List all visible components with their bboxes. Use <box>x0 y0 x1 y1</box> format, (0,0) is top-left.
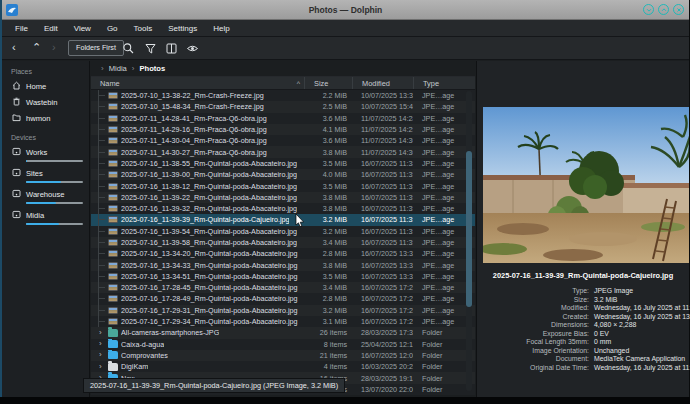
file-name: 2025-07-16_11-39-54_Rm-Quintal-poda-Abac… <box>121 227 297 236</box>
table-row-folder[interactable]: ›DigiKam4 items16/03/2025 20:25Folder <box>91 361 475 372</box>
menu-help[interactable]: Help <box>206 22 236 35</box>
sidebar-device-works[interactable]: Works <box>2 144 89 162</box>
vertical-scrollbar[interactable] <box>466 91 472 391</box>
table-row-file[interactable]: 2025-07-16_11-39-00_Rm-Quintal-poda-Abac… <box>91 169 475 180</box>
menu-go[interactable]: Go <box>100 22 125 35</box>
expand-chevron-icon[interactable]: › <box>99 341 105 347</box>
file-modified: 16/03/2025 20:25 <box>352 362 413 371</box>
close-button[interactable] <box>673 4 684 15</box>
places-panel: Places HomeWastebinhwmon Devices WorksSi… <box>2 61 90 397</box>
main-area: Places HomeWastebinhwmon Devices WorksSi… <box>2 61 689 397</box>
photo-thumbnail-icon <box>108 160 118 167</box>
expand-chevron-icon[interactable]: › <box>99 330 105 336</box>
table-row-folder[interactable]: ›All-cameras-smartphones-JPG26 items28/0… <box>91 327 475 338</box>
search-icon[interactable] <box>122 41 136 55</box>
toolbar: ‹ ⌃ › Folders First <box>2 37 689 60</box>
table-row-file[interactable]: 2025-07-16_13-34-51_Rm-Quintal-poda-Abac… <box>91 271 475 282</box>
split-view-icon[interactable] <box>165 41 179 55</box>
menu-edit[interactable]: Edit <box>37 22 65 35</box>
table-row-file[interactable]: 2025-07-10_13-38-22_Rm-Crash-Freeze.jpg2… <box>91 90 475 101</box>
column-header-size[interactable]: Size <box>304 77 352 89</box>
sidebar-device-warehouse[interactable]: Warehouse <box>2 186 89 204</box>
photo-thumbnail-icon <box>108 126 118 133</box>
menu-view[interactable]: View <box>67 22 98 35</box>
property-row: Image Orientation:Unchanged <box>477 347 687 356</box>
maximize-button[interactable] <box>658 4 669 15</box>
preview-eye-icon[interactable] <box>186 41 200 55</box>
scrollbar-thumb[interactable] <box>466 151 472 307</box>
tree-tick <box>99 310 105 311</box>
property-label: Modified: <box>477 304 589 313</box>
table-row-file[interactable]: 2025-07-16_11-39-54_Rm-Quintal-poda-Abac… <box>91 226 475 237</box>
file-modified: 13/07/2020 22:03 <box>352 385 413 394</box>
table-row-file[interactable]: 2025-07-16_11-39-58_Rm-Quintal-poda-Abac… <box>91 237 475 248</box>
table-row-file[interactable]: 2025-07-11_14-30-27_Rm-Praca-Q6-obra.jpg… <box>91 146 475 157</box>
file-name-cell: 2025-07-16_11-39-00_Rm-Quintal-poda-Abac… <box>91 169 304 180</box>
property-value: Wednesday, 16 July 2025 at 11:39 <box>594 364 690 373</box>
sidebar-item-hwmon[interactable]: hwmon <box>2 110 89 126</box>
property-value: Unchanged <box>594 347 629 356</box>
menu-tools[interactable]: Tools <box>127 22 160 35</box>
file-type: JPE…age <box>413 306 465 315</box>
sidebar-item-home[interactable]: Home <box>2 78 89 94</box>
table-row-file[interactable]: 2025-07-16_17-29-31_Rm-Quintal-poda-Abac… <box>91 305 475 316</box>
sidebar-device-sites[interactable]: Sites <box>2 165 89 183</box>
property-row: Exposure Bias:0 EV <box>477 330 687 339</box>
table-row-file[interactable]: 2025-07-16_17-28-49_Rm-Quintal-poda-Abac… <box>91 293 475 304</box>
sidebar-item-wastebin[interactable]: Wastebin <box>2 94 89 110</box>
breadcrumb-midia[interactable]: Midia <box>109 64 127 73</box>
table-row-file[interactable]: 2025-07-11_14-30-04_Rm-Praca-Q6-obra.jpg… <box>91 135 475 146</box>
table-row-file[interactable]: 2025-07-16_11-39-39_Rm-Quintal-poda-Caju… <box>91 214 475 225</box>
menu-file[interactable]: File <box>8 22 35 35</box>
property-row: Document:MediaTek Camera Application <box>477 355 687 364</box>
column-header-name[interactable]: Name ^ <box>91 77 304 89</box>
home-icon <box>12 81 21 92</box>
sidebar-item-label: hwmon <box>26 114 50 123</box>
up-button[interactable]: ⌃ <box>32 39 41 56</box>
tree-tick <box>99 265 105 266</box>
file-type: JPE…age <box>413 283 465 292</box>
column-header-type[interactable]: Type <box>413 77 465 89</box>
table-row-file[interactable]: 2025-07-16_11-39-32_Rm-Quintal-poda-Abac… <box>91 203 475 214</box>
table-row-file[interactable]: 2025-07-16_13-34-20_Rm-Quintal-poda-Abac… <box>91 248 475 259</box>
filter-icon[interactable] <box>144 41 158 55</box>
file-modified: 16/07/2025 11:38 <box>352 159 413 168</box>
menu-settings[interactable]: Settings <box>161 22 204 35</box>
file-size: 3.2 MiB <box>304 306 352 315</box>
tree-tick <box>99 276 105 277</box>
column-header-modified[interactable]: Modified <box>352 77 413 89</box>
sidebar-device-midia[interactable]: Midia <box>2 207 89 225</box>
drive-icon <box>12 189 21 200</box>
breadcrumb-photos[interactable]: Photos <box>140 64 166 73</box>
table-row-folder[interactable]: ›Comprovantes21 items16/07/2025 12:09Fol… <box>91 350 475 361</box>
property-label: Size: <box>477 296 589 305</box>
table-row-file[interactable]: 2025-07-11_14-28-41_Rm-Praca-Q6-obra.jpg… <box>91 113 475 124</box>
table-row-file[interactable]: 2025-07-16_11-39-22_Rm-Quintal-poda-Abac… <box>91 192 475 203</box>
forward-button[interactable]: › <box>52 39 56 56</box>
folders-first-button[interactable]: Folders First <box>68 40 124 56</box>
table-row-folder[interactable]: ›Caixa-d-agua8 items25/04/2025 12:16Fold… <box>91 339 475 350</box>
table-row-file[interactable]: 2025-07-10_15-48-34_Rm-Crash-Freeze.jpg2… <box>91 101 475 112</box>
table-row-file[interactable]: 2025-07-16_13-34-33_Rm-Quintal-poda-Abac… <box>91 259 475 270</box>
file-properties: Type:JPEG ImageSize:3.2 MiBModified:Wedn… <box>477 287 687 372</box>
expand-chevron-icon[interactable]: › <box>99 364 105 370</box>
file-modified: 16/07/2025 11:39 <box>352 204 413 213</box>
table-row-file[interactable]: 2025-07-16_11-39-12_Rm-Quintal-poda-Abac… <box>91 180 475 191</box>
table-row-file[interactable]: 2025-07-16_11-38-55_Rm-Quintal-poda-Abac… <box>91 158 475 169</box>
minimize-button[interactable] <box>643 4 654 15</box>
property-row: Focal Length 35mm:0 mm <box>477 338 687 347</box>
expand-chevron-icon[interactable]: › <box>99 352 105 358</box>
table-row-file[interactable]: 2025-07-11_14-29-16_Rm-Praca-Q6-obra.jpg… <box>91 124 475 135</box>
file-modified: 16/07/2025 11:39 <box>352 182 413 191</box>
tree-tick <box>99 186 105 187</box>
dolphin-window: Photos — Dolphin FileEditViewGoToolsSett… <box>0 0 690 397</box>
file-name: 2025-07-11_14-30-27_Rm-Praca-Q6-obra.jpg <box>121 148 267 157</box>
file-type: JPE…age <box>413 182 465 191</box>
window-buttons <box>643 4 684 15</box>
window-title: Photos — Dolphin <box>309 5 383 15</box>
table-row-file[interactable]: 2025-07-16_17-28-45_Rm-Quintal-poda-Abac… <box>91 282 475 293</box>
table-row-file[interactable]: 2025-07-16_17-29-34_Rm-Quintal-poda-Abac… <box>91 316 475 327</box>
back-button[interactable]: ‹ <box>12 39 16 56</box>
titlebar[interactable]: Photos — Dolphin <box>2 0 689 20</box>
file-name-cell: 2025-07-16_17-29-31_Rm-Quintal-poda-Abac… <box>91 305 304 316</box>
